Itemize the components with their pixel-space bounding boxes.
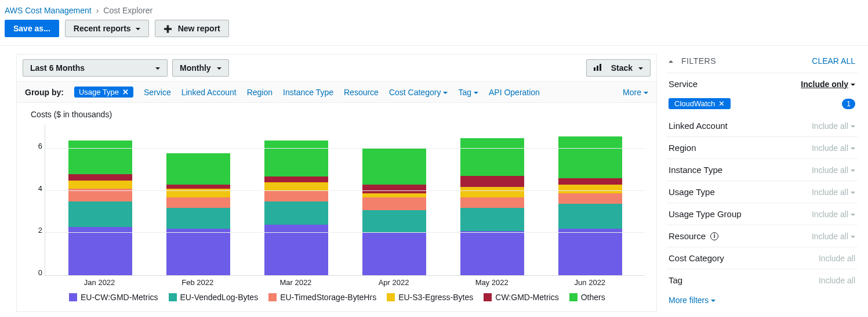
bar-segment[interactable]: [68, 141, 132, 174]
legend-swatch: [268, 293, 277, 301]
chevron-down-icon: [474, 88, 478, 97]
legend-swatch: [69, 293, 77, 301]
bar-segment[interactable]: [362, 149, 426, 185]
bar-segment[interactable]: [362, 193, 426, 197]
bar-segment[interactable]: [166, 153, 230, 185]
filter-row[interactable]: RegionInclude all: [666, 136, 858, 158]
bar-segment[interactable]: [362, 197, 426, 210]
group-by-option[interactable]: Tag: [458, 88, 478, 97]
chevron-down-icon: [851, 188, 855, 197]
bar-segment[interactable]: [264, 191, 328, 201]
bar-segment[interactable]: [558, 178, 622, 185]
new-report-button[interactable]: New report: [155, 20, 229, 37]
group-by-option[interactable]: Resource: [344, 88, 379, 97]
bar-column: [362, 149, 426, 275]
x-tick: Apr 2022: [362, 278, 426, 287]
group-by-bar: Group by: Usage Type✕ ServiceLinked Acco…: [17, 82, 656, 103]
bar-segment[interactable]: [460, 197, 524, 208]
close-icon[interactable]: ✕: [122, 88, 129, 96]
filters-title[interactable]: FILTERS: [669, 56, 716, 66]
bar-segment[interactable]: [68, 181, 132, 189]
legend-item[interactable]: EU-VendedLog-Bytes: [169, 293, 259, 302]
bar-segment[interactable]: [362, 233, 426, 275]
filter-value[interactable]: Include all: [812, 165, 855, 175]
filter-value[interactable]: Include all: [812, 232, 855, 241]
filter-row[interactable]: TagInclude all: [666, 269, 858, 291]
bar-segment[interactable]: [264, 176, 328, 183]
close-icon[interactable]: ✕: [718, 99, 725, 108]
clear-all-filters[interactable]: CLEAR ALL: [812, 56, 855, 66]
date-range-select[interactable]: Last 6 Months: [23, 59, 168, 77]
bar-segment[interactable]: [166, 229, 230, 275]
report-panel: Last 6 Months Monthly Stack Group by: Us…: [16, 54, 657, 312]
filter-row[interactable]: Usage TypeInclude all: [666, 181, 858, 203]
filter-value[interactable]: Include all: [819, 276, 855, 285]
bar-segment[interactable]: [558, 204, 622, 229]
filter-row[interactable]: Cost CategoryInclude all: [666, 247, 858, 269]
info-icon[interactable]: i: [710, 232, 718, 240]
bar-column: [460, 138, 524, 275]
bar-segment[interactable]: [166, 208, 230, 229]
recent-reports-button[interactable]: Recent reports: [65, 20, 149, 37]
legend-item[interactable]: EU-CW:GMD-Metrics: [69, 293, 158, 302]
bar-segment[interactable]: [460, 187, 524, 197]
chevron-down-icon: [851, 165, 855, 175]
bar-segment[interactable]: [264, 201, 328, 225]
bar-segment[interactable]: [166, 185, 230, 189]
group-by-label: Group by:: [25, 88, 64, 97]
service-filter-count: 1: [842, 99, 855, 109]
filter-row[interactable]: Usage Type GroupInclude all: [666, 203, 858, 225]
bar-segment[interactable]: [68, 227, 132, 275]
bar-segment[interactable]: [460, 176, 524, 186]
filter-row-service[interactable]: Service Include only: [666, 73, 858, 95]
x-axis: Jan 2022Feb 2022Mar 2022Apr 2022May 2022…: [28, 276, 645, 287]
chevron-down-icon: [851, 210, 855, 219]
save-as-button[interactable]: Save as...: [5, 20, 59, 37]
chart-plot: [45, 125, 645, 276]
bar-segment[interactable]: [558, 229, 622, 275]
legend-item[interactable]: Others: [569, 293, 605, 302]
bar-segment[interactable]: [558, 136, 622, 179]
group-by-option[interactable]: Service: [144, 88, 171, 97]
legend-item[interactable]: EU-TimedStorage-ByteHrs: [268, 293, 376, 302]
group-by-more[interactable]: More: [623, 88, 648, 97]
x-tick: May 2022: [460, 278, 524, 287]
group-by-option[interactable]: Region: [247, 88, 273, 97]
plus-icon: [164, 24, 175, 33]
filter-row[interactable]: Linked AccountInclude all: [666, 115, 858, 136]
filter-value[interactable]: Include all: [812, 210, 855, 219]
filter-value[interactable]: Include all: [812, 188, 855, 197]
legend-swatch: [169, 293, 177, 301]
filter-row[interactable]: ResourceiInclude all: [666, 225, 858, 247]
granularity-select[interactable]: Monthly: [172, 59, 229, 77]
chevron-down-icon: [155, 63, 160, 73]
more-filters-link[interactable]: More filters: [666, 291, 718, 309]
chart-type-select[interactable]: Stack: [586, 59, 651, 77]
filter-value[interactable]: Include all: [819, 254, 855, 263]
bar-segment[interactable]: [264, 141, 328, 176]
bar-segment[interactable]: [68, 174, 132, 181]
bar-segment[interactable]: [166, 197, 230, 208]
bar-segment[interactable]: [264, 182, 328, 191]
bar-segment[interactable]: [68, 201, 132, 227]
bar-segment[interactable]: [460, 231, 524, 275]
group-by-option[interactable]: Cost Category: [389, 88, 448, 97]
bar-segment[interactable]: [460, 138, 524, 176]
legend-item[interactable]: EU-S3-Egress-Bytes: [387, 293, 473, 302]
bar-segment[interactable]: [558, 193, 622, 204]
breadcrumb-root[interactable]: AWS Cost Management: [5, 6, 92, 15]
legend-item[interactable]: CW:GMD-Metrics: [484, 293, 558, 302]
filter-row[interactable]: Instance TypeInclude all: [666, 158, 858, 181]
group-by-option[interactable]: Instance Type: [283, 88, 333, 97]
group-by-active-chip[interactable]: Usage Type✕: [74, 87, 133, 98]
filter-value[interactable]: Include only: [801, 80, 855, 89]
bar-segment[interactable]: [460, 208, 524, 231]
filter-value[interactable]: Include all: [812, 143, 855, 153]
group-by-option[interactable]: Linked Account: [181, 88, 237, 97]
bar-segment[interactable]: [362, 185, 426, 193]
filter-value[interactable]: Include all: [812, 121, 855, 131]
bar-segment[interactable]: [558, 185, 622, 193]
group-by-option[interactable]: API Operation: [489, 88, 540, 97]
bar-segment[interactable]: [362, 210, 426, 233]
service-filter-chip[interactable]: CloudWatch✕: [669, 98, 731, 109]
